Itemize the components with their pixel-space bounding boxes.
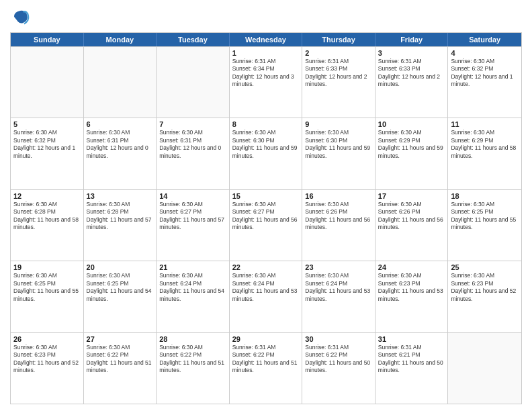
day-number: 14 [159, 192, 226, 200]
weekday-header-saturday: Saturday [448, 33, 521, 46]
logo [10, 7, 33, 27]
day-cell-19: 19Sunrise: 6:30 AM Sunset: 6:25 PM Dayli… [11, 261, 84, 332]
weekday-header-wednesday: Wednesday [230, 33, 303, 46]
day-cell-20: 20Sunrise: 6:30 AM Sunset: 6:25 PM Dayli… [84, 261, 157, 332]
day-number: 3 [378, 49, 445, 57]
day-info: Sunrise: 6:31 AM Sunset: 6:22 PM Dayligh… [232, 344, 300, 375]
day-info: Sunrise: 6:30 AM Sunset: 6:23 PM Dayligh… [13, 344, 81, 375]
day-cell-26: 26Sunrise: 6:30 AM Sunset: 6:23 PM Dayli… [11, 333, 84, 404]
weekday-header-thursday: Thursday [302, 33, 375, 46]
page: SundayMondayTuesdayWednesdayThursdayFrid… [0, 0, 532, 411]
day-number: 22 [232, 263, 300, 271]
day-number: 29 [232, 335, 300, 343]
day-info: Sunrise: 6:30 AM Sunset: 6:28 PM Dayligh… [87, 201, 154, 232]
day-cell-14: 14Sunrise: 6:30 AM Sunset: 6:27 PM Dayli… [157, 190, 230, 261]
day-info: Sunrise: 6:30 AM Sunset: 6:24 PM Dayligh… [232, 272, 300, 303]
day-number: 15 [232, 192, 300, 200]
logo-icon [10, 7, 30, 27]
day-cell-15: 15Sunrise: 6:30 AM Sunset: 6:27 PM Dayli… [230, 190, 303, 261]
day-cell-9: 9Sunrise: 6:30 AM Sunset: 6:30 PM Daylig… [302, 118, 375, 189]
day-number: 11 [451, 120, 519, 128]
day-cell-28: 28Sunrise: 6:30 AM Sunset: 6:22 PM Dayli… [157, 333, 230, 404]
day-info: Sunrise: 6:31 AM Sunset: 6:33 PM Dayligh… [305, 58, 372, 89]
day-cell-25: 25Sunrise: 6:30 AM Sunset: 6:23 PM Dayli… [448, 261, 521, 332]
empty-cell-4-6 [448, 333, 521, 404]
day-cell-17: 17Sunrise: 6:30 AM Sunset: 6:26 PM Dayli… [375, 190, 449, 261]
day-cell-7: 7Sunrise: 6:30 AM Sunset: 6:31 PM Daylig… [157, 118, 230, 189]
day-info: Sunrise: 6:30 AM Sunset: 6:31 PM Dayligh… [87, 129, 154, 160]
day-info: Sunrise: 6:30 AM Sunset: 6:23 PM Dayligh… [378, 272, 445, 303]
weekday-header-tuesday: Tuesday [157, 33, 230, 46]
calendar-row-2: 5Sunrise: 6:30 AM Sunset: 6:32 PM Daylig… [11, 118, 521, 189]
day-info: Sunrise: 6:30 AM Sunset: 6:32 PM Dayligh… [451, 58, 519, 89]
day-number: 9 [305, 120, 372, 128]
day-info: Sunrise: 6:30 AM Sunset: 6:24 PM Dayligh… [159, 272, 226, 303]
day-number: 24 [378, 263, 445, 271]
day-cell-13: 13Sunrise: 6:30 AM Sunset: 6:28 PM Dayli… [84, 190, 157, 261]
day-info: Sunrise: 6:30 AM Sunset: 6:27 PM Dayligh… [159, 201, 226, 232]
day-info: Sunrise: 6:30 AM Sunset: 6:26 PM Dayligh… [378, 201, 445, 232]
day-cell-23: 23Sunrise: 6:30 AM Sunset: 6:24 PM Dayli… [302, 261, 375, 332]
day-cell-30: 30Sunrise: 6:31 AM Sunset: 6:22 PM Dayli… [302, 333, 375, 404]
day-cell-21: 21Sunrise: 6:30 AM Sunset: 6:24 PM Dayli… [157, 261, 230, 332]
calendar: SundayMondayTuesdayWednesdayThursdayFrid… [10, 32, 522, 404]
day-info: Sunrise: 6:30 AM Sunset: 6:29 PM Dayligh… [378, 129, 445, 160]
day-cell-11: 11Sunrise: 6:30 AM Sunset: 6:29 PM Dayli… [448, 118, 521, 189]
day-info: Sunrise: 6:30 AM Sunset: 6:30 PM Dayligh… [232, 129, 300, 160]
day-cell-12: 12Sunrise: 6:30 AM Sunset: 6:28 PM Dayli… [11, 190, 84, 261]
day-number: 23 [305, 263, 372, 271]
day-info: Sunrise: 6:30 AM Sunset: 6:24 PM Dayligh… [305, 272, 372, 303]
day-number: 7 [159, 120, 226, 128]
day-number: 16 [305, 192, 372, 200]
day-info: Sunrise: 6:30 AM Sunset: 6:30 PM Dayligh… [305, 129, 372, 160]
day-number: 27 [87, 335, 154, 343]
day-number: 1 [232, 49, 300, 57]
day-number: 28 [159, 335, 226, 343]
day-number: 2 [305, 49, 372, 57]
calendar-row-5: 26Sunrise: 6:30 AM Sunset: 6:23 PM Dayli… [11, 332, 521, 404]
day-cell-27: 27Sunrise: 6:30 AM Sunset: 6:22 PM Dayli… [84, 333, 157, 404]
day-info: Sunrise: 6:30 AM Sunset: 6:28 PM Dayligh… [13, 201, 81, 232]
empty-cell-0-0 [11, 47, 84, 118]
day-number: 19 [13, 263, 81, 271]
day-cell-29: 29Sunrise: 6:31 AM Sunset: 6:22 PM Dayli… [230, 333, 303, 404]
day-info: Sunrise: 6:30 AM Sunset: 6:27 PM Dayligh… [232, 201, 300, 232]
calendar-row-1: 1Sunrise: 6:31 AM Sunset: 6:34 PM Daylig… [11, 46, 521, 118]
calendar-row-4: 19Sunrise: 6:30 AM Sunset: 6:25 PM Dayli… [11, 261, 521, 332]
day-number: 6 [87, 120, 154, 128]
day-number: 5 [13, 120, 81, 128]
empty-cell-0-2 [157, 47, 230, 118]
weekday-header-friday: Friday [375, 33, 449, 46]
day-number: 13 [87, 192, 154, 200]
day-cell-31: 31Sunrise: 6:31 AM Sunset: 6:21 PM Dayli… [375, 333, 449, 404]
weekday-header-sunday: Sunday [11, 33, 84, 46]
day-info: Sunrise: 6:30 AM Sunset: 6:22 PM Dayligh… [87, 344, 154, 375]
day-info: Sunrise: 6:30 AM Sunset: 6:31 PM Dayligh… [159, 129, 226, 160]
day-number: 26 [13, 335, 81, 343]
day-number: 10 [378, 120, 445, 128]
day-number: 4 [451, 49, 519, 57]
day-number: 8 [232, 120, 300, 128]
calendar-body: 1Sunrise: 6:31 AM Sunset: 6:34 PM Daylig… [11, 46, 521, 404]
day-number: 17 [378, 192, 445, 200]
day-info: Sunrise: 6:31 AM Sunset: 6:34 PM Dayligh… [232, 58, 300, 89]
day-info: Sunrise: 6:30 AM Sunset: 6:25 PM Dayligh… [87, 272, 154, 303]
day-cell-6: 6Sunrise: 6:30 AM Sunset: 6:31 PM Daylig… [84, 118, 157, 189]
day-number: 25 [451, 263, 519, 271]
day-info: Sunrise: 6:30 AM Sunset: 6:26 PM Dayligh… [305, 201, 372, 232]
day-info: Sunrise: 6:30 AM Sunset: 6:32 PM Dayligh… [13, 129, 81, 160]
day-info: Sunrise: 6:31 AM Sunset: 6:33 PM Dayligh… [378, 58, 445, 89]
day-cell-18: 18Sunrise: 6:30 AM Sunset: 6:25 PM Dayli… [448, 190, 521, 261]
day-cell-22: 22Sunrise: 6:30 AM Sunset: 6:24 PM Dayli… [230, 261, 303, 332]
day-number: 18 [451, 192, 519, 200]
day-number: 30 [305, 335, 372, 343]
day-info: Sunrise: 6:30 AM Sunset: 6:25 PM Dayligh… [13, 272, 81, 303]
day-cell-2: 2Sunrise: 6:31 AM Sunset: 6:33 PM Daylig… [302, 47, 375, 118]
day-cell-10: 10Sunrise: 6:30 AM Sunset: 6:29 PM Dayli… [375, 118, 449, 189]
header [10, 7, 522, 27]
day-info: Sunrise: 6:30 AM Sunset: 6:22 PM Dayligh… [159, 344, 226, 375]
calendar-row-3: 12Sunrise: 6:30 AM Sunset: 6:28 PM Dayli… [11, 189, 521, 261]
day-info: Sunrise: 6:30 AM Sunset: 6:25 PM Dayligh… [451, 201, 519, 232]
day-cell-8: 8Sunrise: 6:30 AM Sunset: 6:30 PM Daylig… [230, 118, 303, 189]
day-cell-4: 4Sunrise: 6:30 AM Sunset: 6:32 PM Daylig… [448, 47, 521, 118]
